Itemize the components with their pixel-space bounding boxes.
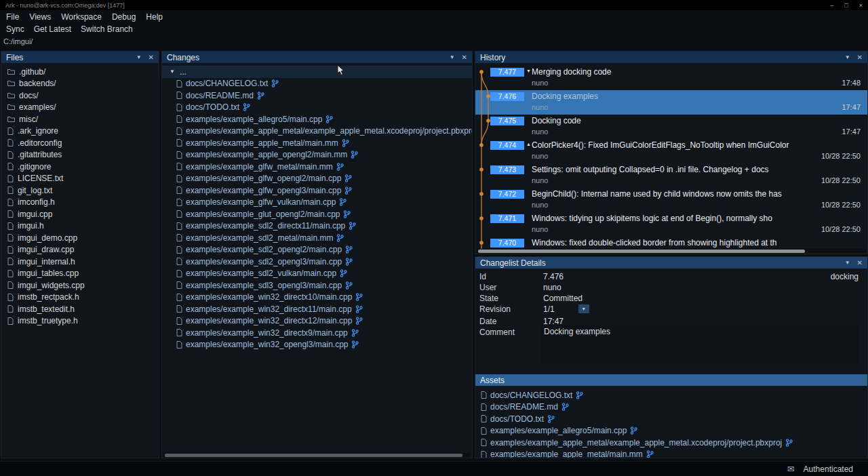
file-tree-item[interactable]: .gitignore <box>1 161 159 173</box>
asset-row[interactable]: examples/example_apple_metal/main.mm <box>475 449 867 458</box>
revision-badge[interactable]: 7.476 <box>490 92 524 101</box>
minimize-icon[interactable]: – <box>830 2 833 9</box>
close-panel-icon[interactable]: ✕ <box>462 54 467 61</box>
changed-file-row[interactable]: examples/example_sdl2_directx11/main.cpp <box>162 220 472 233</box>
commit-row[interactable]: 7.471Windows: tidying up skipitems logic… <box>475 212 867 237</box>
commit-row[interactable]: 7.470Windows: fixed double-clicked borde… <box>475 237 867 249</box>
file-tree-item[interactable]: imconfig.h <box>1 197 159 209</box>
changed-file-row[interactable]: examples/example_glfw_metal/main.mm <box>162 161 472 173</box>
asset-row[interactable]: examples/example_allegro5/main.cpp <box>475 425 867 437</box>
revision-badge[interactable]: 7.475 <box>490 117 524 125</box>
menu-item-workspace[interactable]: Workspace <box>61 12 102 22</box>
scrollbar-grab[interactable] <box>165 454 462 457</box>
changed-file-row[interactable]: docs/README.md <box>162 90 472 102</box>
horizontal-scrollbar[interactable] <box>477 249 866 254</box>
changed-file-row[interactable]: docs/TODO.txt <box>162 102 472 114</box>
changed-file-row[interactable]: examples/example_win32_directx12/main.cp… <box>162 315 472 328</box>
revision-badge[interactable]: 7.471 <box>490 214 524 223</box>
file-tree-item[interactable]: backends/ <box>1 78 159 90</box>
file-tree-item[interactable]: docs/ <box>1 90 159 102</box>
revision-badge[interactable]: 7.472 <box>490 190 524 199</box>
changed-file-row[interactable]: examples/example_allegro5/main.cpp <box>162 113 472 125</box>
revision-badge[interactable]: 7.470 <box>490 239 524 247</box>
changed-file-row[interactable]: examples/example_apple_metal/main.mm <box>162 137 472 149</box>
filter-icon[interactable]: ▼ <box>845 54 850 60</box>
file-tree-item[interactable]: .gitattributes <box>1 149 159 161</box>
changed-file-row[interactable]: examples/example_win32_directx11/main.cp… <box>162 303 472 315</box>
changed-file-row[interactable]: examples/example_glfw_opengl2/main.cpp <box>162 173 472 185</box>
changed-file-row[interactable]: examples/example_glfw_opengl3/main.cpp <box>162 184 472 197</box>
mail-icon[interactable]: ✉ <box>787 464 795 474</box>
changed-file-row[interactable]: examples/example_glut_opengl2/main.cpp <box>162 208 472 220</box>
file-tree-item[interactable]: misc/ <box>1 113 159 125</box>
menu-item-file[interactable]: File <box>6 12 19 22</box>
revision-badge[interactable]: 7.477 <box>490 68 524 77</box>
maximize-icon[interactable]: □ <box>844 2 848 9</box>
file-tree-item[interactable]: imgui_widgets.cpp <box>1 279 159 292</box>
file-tree-item[interactable]: .editorconfig <box>1 137 159 149</box>
changed-file-row[interactable]: examples/example_win32_directx10/main.cp… <box>162 292 472 304</box>
file-icon <box>7 305 14 313</box>
file-name: misc/ <box>19 115 38 124</box>
menu-item-debug[interactable]: Debug <box>112 12 136 22</box>
toolbar-button-sync[interactable]: Sync <box>6 24 24 34</box>
commit-row[interactable]: 7.476Docking examplesnuno17:47 <box>475 90 867 115</box>
changed-file-row[interactable]: examples/example_sdl2_opengl3/main.cpp <box>162 256 472 268</box>
file-tree-item[interactable]: git_log.txt <box>1 184 159 197</box>
filter-icon[interactable]: ▼ <box>845 260 850 266</box>
file-tree-item[interactable]: imgui_draw.cpp <box>1 244 159 256</box>
asset-row[interactable]: docs/README.md <box>475 401 867 414</box>
revision-dropdown-button[interactable]: ▼ <box>578 304 589 313</box>
changes-root-node[interactable]: ▼... <box>162 66 472 78</box>
asset-row[interactable]: examples/example_apple_metal/example_app… <box>475 437 867 449</box>
changed-file-path: examples/example_sdl2_opengl2/main.cpp <box>186 245 342 254</box>
changes-panel: Changes ▼ ✕ ▼...docs/CHANGELOG.txtdocs/R… <box>161 51 473 458</box>
close-panel-icon[interactable]: ✕ <box>857 259 863 266</box>
changed-file-row[interactable]: examples/example_sdl3_opengl3/main.cpp <box>162 279 472 292</box>
changed-file-row[interactable]: examples/example_apple_metal/example_app… <box>162 125 472 138</box>
close-icon[interactable]: × <box>859 2 863 9</box>
filter-icon[interactable]: ▼ <box>136 54 142 60</box>
commit-row[interactable]: 7.475Docking codenuno17:47 <box>475 115 867 139</box>
file-tree-item[interactable]: .github/ <box>1 66 159 78</box>
scrollbar-grab[interactable] <box>478 250 805 253</box>
file-tree-item[interactable]: .ark_ignore <box>1 125 159 138</box>
comment-field[interactable]: Docking examples <box>541 325 859 363</box>
changed-file-row[interactable]: docs/CHANGELOG.txt <box>162 78 472 90</box>
commit-row[interactable]: 7.474▲ColorPicker4(): Fixed ImGuiColorEd… <box>475 139 867 163</box>
asset-row[interactable]: docs/CHANGELOG.txt <box>475 389 867 401</box>
toolbar-button-get-latest[interactable]: Get Latest <box>34 24 71 34</box>
file-tree-item[interactable]: imstb_textedit.h <box>1 303 159 315</box>
revision-badge[interactable]: 7.474 <box>490 141 524 150</box>
asset-row[interactable]: docs/TODO.txt <box>475 413 867 425</box>
menu-item-views[interactable]: Views <box>29 12 51 22</box>
file-tree-item[interactable]: imstb_truetype.h <box>1 315 159 328</box>
file-tree-item[interactable]: imgui.cpp <box>1 208 159 220</box>
filter-icon[interactable]: ▼ <box>450 54 455 60</box>
revision-badge[interactable]: 7.473 <box>490 165 524 174</box>
changed-file-row[interactable]: examples/example_win32_opengl3/main.cpp <box>162 339 472 351</box>
file-tree-item[interactable]: imgui.h <box>1 220 159 233</box>
file-tree-item[interactable]: LICENSE.txt <box>1 173 159 185</box>
changed-file-row[interactable]: examples/example_sdl2_opengl2/main.cpp <box>162 244 472 256</box>
file-tree-item[interactable]: imgui_demo.cpp <box>1 232 159 244</box>
tree-expand-icon[interactable]: ▼ <box>170 68 175 75</box>
changed-file-row[interactable]: examples/example_glfw_vulkan/main.cpp <box>162 197 472 209</box>
close-panel-icon[interactable]: ✕ <box>149 54 154 61</box>
changed-file-row[interactable]: examples/example_sdl2_metal/main.mm <box>162 232 472 244</box>
commit-row[interactable]: 7.473Settings: omit outputing Collapsed=… <box>475 163 867 188</box>
toolbar-button-switch-branch[interactable]: Switch Branch <box>81 24 133 34</box>
menu-item-help[interactable]: Help <box>146 12 163 22</box>
close-panel-icon[interactable]: ✕ <box>857 54 863 61</box>
file-icon <box>481 439 487 446</box>
file-tree-item[interactable]: imgui_tables.cpp <box>1 268 159 280</box>
file-tree-item[interactable]: imstb_rectpack.h <box>1 292 159 304</box>
horizontal-scrollbar[interactable] <box>163 453 471 458</box>
file-tree-item[interactable]: examples/ <box>1 102 159 114</box>
file-tree-item[interactable]: imgui_internal.h <box>1 256 159 268</box>
changed-file-row[interactable]: examples/example_apple_opengl2/main.mm <box>162 149 472 161</box>
commit-row[interactable]: 7.477▼Merging docking codenuno17:48 <box>475 66 867 90</box>
commit-row[interactable]: 7.472BeginChild(): Internal name used by… <box>475 188 867 212</box>
changed-file-row[interactable]: examples/example_win32_directx9/main.cpp <box>162 327 472 339</box>
changed-file-row[interactable]: examples/example_sdl2_vulkan/main.cpp <box>162 268 472 280</box>
